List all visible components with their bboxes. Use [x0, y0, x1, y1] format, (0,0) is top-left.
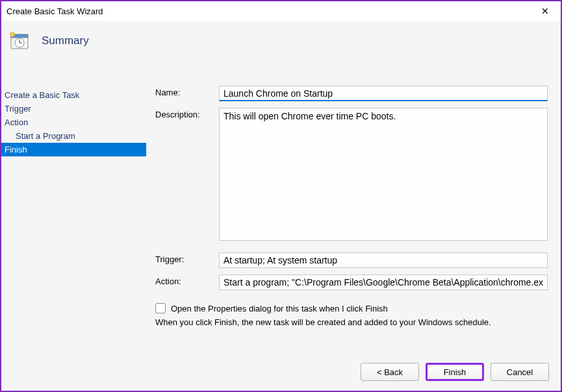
sidebar-item-trigger[interactable]: Trigger	[1, 102, 146, 116]
sidebar-item-finish[interactable]: Finish	[1, 143, 146, 156]
trigger-value	[219, 252, 548, 268]
open-properties-label: Open the Properties dialog for this task…	[171, 304, 388, 313]
sidebar: Create a Basic Task Trigger Action Start…	[1, 61, 146, 353]
name-input[interactable]	[219, 86, 548, 101]
page-title: Summary	[42, 34, 89, 47]
task-wizard-icon	[8, 30, 30, 52]
cancel-button[interactable]: Cancel	[491, 363, 549, 381]
content-area: Name: Description: This will open Chrome…	[146, 61, 561, 353]
header-band: Summary	[1, 21, 561, 61]
name-label: Name:	[155, 86, 219, 97]
titlebar: Create Basic Task Wizard ✕	[1, 1, 561, 21]
open-properties-checkbox[interactable]	[155, 303, 166, 313]
action-value	[219, 275, 548, 290]
info-text: When you click Finish, the new task will…	[155, 317, 548, 327]
window-title: Create Basic Task Wizard	[6, 6, 103, 16]
back-button[interactable]: < Back	[361, 363, 419, 381]
close-button[interactable]: ✕	[535, 5, 556, 18]
description-input[interactable]: This will open Chrome ever time PC boots…	[219, 108, 548, 241]
close-icon: ✕	[541, 6, 549, 16]
finish-button[interactable]: Finish	[426, 363, 484, 381]
action-label: Action:	[155, 275, 219, 286]
sidebar-item-start-a-program[interactable]: Start a Program	[1, 129, 146, 143]
trigger-label: Trigger:	[155, 252, 219, 264]
wizard-body: Create a Basic Task Trigger Action Start…	[1, 61, 561, 353]
wizard-window: Create Basic Task Wizard ✕ Summary Creat…	[0, 0, 562, 392]
sidebar-item-create-basic-task[interactable]: Create a Basic Task	[1, 88, 146, 102]
sidebar-item-action[interactable]: Action	[1, 116, 146, 129]
description-label: Description:	[155, 108, 219, 119]
button-bar: < Back Finish Cancel	[1, 353, 561, 391]
